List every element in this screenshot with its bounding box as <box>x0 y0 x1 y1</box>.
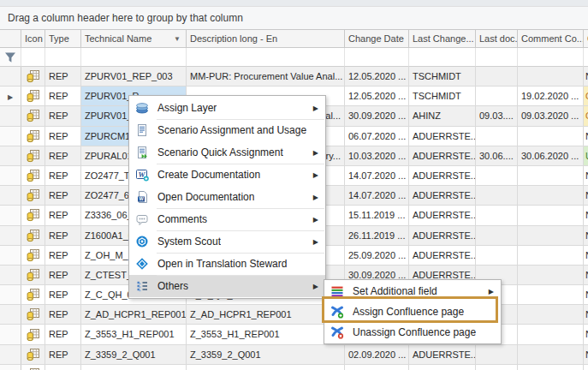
technical-name-cell[interactable] <box>81 365 187 370</box>
confluence-cell: N <box>584 206 588 225</box>
menu-item-system-scout[interactable]: System Scout▶ <box>129 230 325 253</box>
menu-item-scenario-assignment-and-usage[interactable]: Scenario Assignment and Usage <box>129 119 325 141</box>
row-indicator-cell[interactable] <box>0 285 21 305</box>
database-table-icon <box>27 109 40 122</box>
type-cell: REP <box>45 146 81 166</box>
row-indicator-cell[interactable] <box>0 166 21 186</box>
column-header-label: Last Change... <box>413 33 474 44</box>
technical-name-cell[interactable]: Z_3553_H1_REP001 <box>81 325 187 344</box>
last-change-cell: ADUERRSTE... <box>409 166 476 186</box>
filter-cell-last_doc[interactable] <box>476 48 518 67</box>
column-header-tech[interactable]: Technical Name▼ <box>81 29 187 48</box>
technical-name-cell[interactable]: ZPURV01_REP_003 <box>81 67 187 87</box>
column-header-confluence[interactable]: C... <box>584 29 588 48</box>
row-indicator-cell[interactable] <box>0 266 21 285</box>
last-change-cell: AHINZ <box>409 106 476 126</box>
row-icon-cell <box>21 127 45 146</box>
column-header-desc[interactable]: Description long - En <box>187 29 345 48</box>
table-row[interactable]: REPZPURV01_REP_003MM-PUR: Procurement Va… <box>0 67 588 87</box>
filter-cell-comment[interactable] <box>518 48 584 67</box>
column-header-icon[interactable]: Icon <box>21 29 45 48</box>
column-header-type[interactable]: Type <box>45 29 81 48</box>
database-table-icon <box>27 129 40 143</box>
type-cell: REP <box>45 166 81 186</box>
description-cell[interactable]: Z_3553_H1_REP001 <box>187 325 345 344</box>
row-indicator-cell[interactable] <box>0 127 21 146</box>
confluence-add-icon <box>330 305 344 319</box>
row-indicator-cell[interactable]: ▶ <box>0 87 21 106</box>
filter-cell-indicator[interactable] <box>0 48 21 67</box>
menu-item-assign-confluence-page[interactable]: Assign Confluence page <box>324 301 501 322</box>
context-menu: Assign Layer▶Scenario Assignment and Usa… <box>128 95 326 299</box>
menu-item-open-documentation[interactable]: WOpen Documentation▶ <box>129 186 325 208</box>
menu-item-assign-layer[interactable]: Assign Layer▶ <box>129 97 325 119</box>
column-header-label: Technical Name <box>85 33 151 44</box>
description-cell[interactable]: Z_AD_HCPR1_REP001 <box>187 305 345 325</box>
change-date-cell <box>345 365 409 370</box>
confluence-cell: N <box>584 246 588 266</box>
comment-cell <box>518 365 584 370</box>
menu-item-others[interactable]: Others▶ <box>129 275 325 297</box>
filter-cell-icon[interactable] <box>21 48 45 67</box>
description-cell[interactable] <box>187 365 345 370</box>
change-date-cell: 10.03.2020 ... <box>345 146 409 166</box>
last-change-cell: ADUERRSTE... <box>409 146 476 166</box>
grid-filter-row[interactable] <box>0 48 588 67</box>
row-indicator-cell[interactable] <box>0 67 21 87</box>
technical-name-cell[interactable]: Z_AD_HCPR1_REP001 <box>81 305 187 325</box>
last-doc-cell: 30.06.... <box>476 146 518 166</box>
menu-item-label: Unassign Confluence page <box>353 326 476 338</box>
database-table-icon <box>27 268 40 282</box>
menu-item-open-in-translation-steward[interactable]: Open in Translation Steward <box>129 253 325 275</box>
menu-item-set-additional-field[interactable]: Set Additional field▶ <box>324 281 501 301</box>
confluence-cell: N <box>584 67 588 87</box>
sort-desc-icon[interactable]: ▼ <box>174 30 181 48</box>
filter-cell-type[interactable] <box>45 48 81 67</box>
row-icon-cell <box>21 365 45 370</box>
confluence-cell: N <box>584 305 588 325</box>
confluence-cell: U <box>584 146 588 166</box>
svg-text:W: W <box>139 196 144 201</box>
row-indicator-cell[interactable] <box>0 226 21 246</box>
row-indicator-cell[interactable] <box>0 365 21 370</box>
comment-cell <box>518 325 584 344</box>
column-header-last_change[interactable]: Last Change... <box>409 29 476 48</box>
filter-cell-last_change[interactable] <box>409 48 476 67</box>
menu-item-scenario-quick-assignment[interactable]: Scenario Quick Assignment▶ <box>129 141 325 164</box>
change-date-cell: 12.05.2020 ... <box>345 67 409 87</box>
description-cell[interactable]: MM-PUR: Procurement Value Anal... <box>187 67 345 87</box>
menu-item-unassign-confluence-page[interactable]: Unassign Confluence page <box>324 322 501 343</box>
filter-cell-tech[interactable] <box>81 48 187 67</box>
column-header-change_date[interactable]: Change Date <box>345 29 409 48</box>
submenu-arrow-icon: ▶ <box>313 216 318 224</box>
menu-item-comments[interactable]: Comments▶ <box>129 208 325 230</box>
filter-cell-desc[interactable] <box>187 48 345 67</box>
row-indicator-cell[interactable] <box>0 186 21 206</box>
description-cell[interactable]: Z_3359_2_Q001 <box>187 345 345 365</box>
type-cell: REP <box>45 285 81 305</box>
column-header-last_doc[interactable]: Last doc. <box>476 29 518 48</box>
table-row[interactable] <box>0 365 588 370</box>
database-table-icon <box>27 149 40 163</box>
list-icon <box>135 279 149 293</box>
change-date-cell: 14.07.2020 ... <box>345 186 409 206</box>
row-indicator-cell[interactable] <box>0 325 21 344</box>
row-indicator-cell[interactable] <box>0 206 21 225</box>
column-header-comment[interactable]: Comment Co... <box>518 29 584 48</box>
row-indicator-cell[interactable] <box>0 345 21 365</box>
filter-cell-change_date[interactable] <box>345 48 409 67</box>
row-indicator-cell[interactable] <box>0 146 21 166</box>
column-header-indicator[interactable] <box>0 29 21 48</box>
menu-item-label: System Scout <box>157 236 221 248</box>
row-indicator-cell[interactable] <box>0 305 21 325</box>
menu-item-label: Create Documentation <box>157 169 260 181</box>
confluence-cell: N <box>584 226 588 246</box>
filter-cell-confluence[interactable] <box>584 48 588 67</box>
row-indicator-cell[interactable] <box>0 106 21 126</box>
table-row[interactable]: REPZ_3359_2_Q001Z_3359_2_Q00102.09.2020 … <box>0 345 588 365</box>
menu-item-create-documentation[interactable]: WCreate Documentation▶ <box>129 164 325 186</box>
hexagon-badge-icon <box>135 235 149 248</box>
technical-name-cell[interactable]: Z_3359_2_Q001 <box>81 345 187 365</box>
group-by-panel[interactable]: Drag a column header here to group by th… <box>0 7 588 29</box>
row-indicator-cell[interactable] <box>0 246 21 266</box>
